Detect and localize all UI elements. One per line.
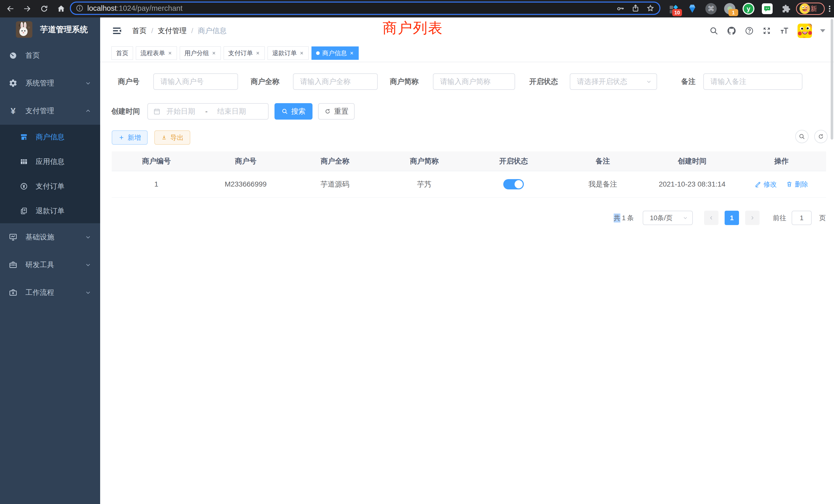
sidebar-item-pay-order[interactable]: 支付订单 — [0, 174, 100, 199]
calendar-icon — [153, 108, 161, 115]
col-header: 操作 — [737, 156, 826, 166]
page-number-button[interactable]: 1 — [725, 211, 739, 225]
cell-merchant-id: 1 — [112, 180, 201, 188]
sidebar-logo-row[interactable]: 芋道管理系统 — [0, 18, 100, 42]
sidebar-item-app-info[interactable]: 应用信息 — [0, 150, 100, 174]
merchant-no-input[interactable] — [153, 73, 238, 90]
extension-y-icon[interactable]: y — [743, 3, 754, 15]
browser-forward-button[interactable] — [22, 3, 33, 14]
chevron-down-icon — [646, 78, 652, 85]
extension-collection-icon[interactable]: 10 — [667, 3, 679, 15]
close-icon[interactable] — [256, 51, 260, 55]
reset-button[interactable]: 重置 — [318, 103, 355, 120]
url-bar[interactable]: localhost:1024/pay/merchant — [70, 2, 660, 15]
browser-back-button[interactable] — [5, 3, 16, 14]
col-header: 商户简称 — [379, 156, 469, 166]
goto-label: 前往 — [773, 211, 786, 225]
sidebar-item-system[interactable]: 系统管理 — [0, 69, 100, 97]
remark-input[interactable] — [703, 73, 803, 90]
bookmark-star-icon[interactable] — [646, 4, 655, 13]
fullscreen-icon[interactable] — [762, 26, 771, 36]
next-page-button[interactable] — [745, 211, 760, 225]
close-icon[interactable] — [212, 51, 216, 55]
col-header: 商户全称 — [290, 156, 380, 166]
export-button[interactable]: 导出 — [154, 130, 190, 145]
browser-chrome: localhost:1024/pay/merchant 10 ⌘ 1 y — [0, 0, 834, 18]
sidebar-fold-icon[interactable] — [112, 26, 122, 36]
breadcrumb-home[interactable]: 首页 — [132, 26, 147, 36]
extensions-puzzle-icon[interactable] — [780, 3, 792, 15]
merchant-short-input[interactable] — [433, 73, 515, 90]
filter-label-remark: 备注 — [667, 73, 696, 90]
extension-row: 10 ⌘ 1 y — [667, 0, 811, 18]
sidebar-item-dev-tools[interactable]: 研发工具 — [0, 251, 100, 279]
goto-page-input[interactable] — [792, 211, 812, 225]
filter-label-create-time: 创建时间 — [111, 103, 140, 120]
sidebar-item-home[interactable]: 首页 — [0, 42, 100, 69]
browser-reload-button[interactable] — [39, 3, 50, 14]
help-icon[interactable] — [745, 26, 754, 36]
pagination-total: 共 1 条 — [614, 211, 634, 225]
browser-home-button[interactable] — [56, 3, 67, 14]
close-icon[interactable] — [168, 51, 172, 55]
add-button[interactable]: 新增 — [112, 130, 148, 145]
site-info-icon[interactable] — [75, 4, 84, 12]
extension-command-icon[interactable]: ⌘ — [705, 3, 717, 15]
header-search-icon[interactable] — [709, 26, 719, 36]
sidebar-item-pay[interactable]: ¥ 支付管理 — [0, 97, 100, 125]
browser-menu-icon[interactable] — [825, 3, 834, 14]
tag-refund-order[interactable]: 退款订单 — [267, 46, 309, 60]
scrollbar[interactable] — [831, 19, 833, 140]
cell-short-name: 芋艿 — [379, 179, 469, 189]
toolbox-icon — [8, 260, 18, 269]
tag-merchant-info[interactable]: 商户信息 — [311, 46, 359, 60]
sidebar-item-refund-order[interactable]: 退款订单 — [0, 199, 100, 223]
cell-full-name: 芋道源码 — [290, 179, 380, 189]
refresh-button[interactable] — [814, 130, 828, 143]
toggle-search-button[interactable] — [795, 130, 809, 143]
page-unit-label: 页 — [819, 211, 826, 225]
breadcrumb: 首页 / 支付管理 / 商户信息 — [132, 18, 227, 44]
tag-pay-order[interactable]: 支付订单 — [224, 46, 265, 60]
page-size-select[interactable]: 10条/页 — [643, 211, 693, 225]
share-icon[interactable] — [631, 4, 640, 13]
tag-user-group[interactable]: 用户分组 — [180, 46, 221, 60]
user-avatar[interactable] — [797, 24, 812, 38]
sidebar-item-workflow[interactable]: 工作流程 — [0, 279, 100, 306]
extension-gem-icon[interactable] — [686, 3, 698, 15]
delete-link[interactable]: 删除 — [786, 180, 808, 189]
create-time-range-picker[interactable]: 开始日期 - 结束日期 — [147, 103, 269, 120]
start-date-placeholder: 开始日期 — [167, 107, 201, 116]
github-icon[interactable] — [727, 26, 737, 36]
chevron-up-icon — [85, 108, 91, 114]
yen-icon: ¥ — [8, 107, 18, 115]
password-key-icon[interactable] — [616, 4, 625, 13]
status-toggle[interactable] — [503, 179, 524, 189]
document-copy-icon — [20, 207, 28, 215]
navbar-actions — [709, 18, 825, 44]
search-button[interactable]: 搜索 — [275, 103, 312, 120]
prev-page-button[interactable] — [704, 211, 719, 225]
merchant-name-input[interactable] — [293, 73, 378, 90]
close-icon[interactable] — [300, 51, 304, 55]
status-select[interactable]: 请选择开启状态 — [570, 73, 657, 90]
user-menu-caret-icon[interactable] — [820, 29, 825, 32]
extension-badge: 10 — [672, 9, 682, 16]
cell-status — [469, 179, 558, 189]
edit-link[interactable]: 修改 — [755, 180, 777, 189]
close-icon[interactable] — [349, 51, 354, 55]
cell-actions: 修改 删除 — [737, 180, 826, 189]
main-content: 首页 / 支付管理 / 商户信息 — [100, 18, 834, 504]
filter-label-status: 开启状态 — [523, 73, 558, 90]
tag-process-form[interactable]: 流程表单 — [136, 46, 177, 60]
sidebar-item-infrastructure[interactable]: 基础设施 — [0, 223, 100, 251]
tag-home[interactable]: 首页 — [111, 46, 133, 60]
shop-icon — [20, 133, 28, 141]
sidebar-item-merchant-info[interactable]: 商户信息 — [0, 125, 100, 150]
breadcrumb-pay[interactable]: 支付管理 — [158, 26, 187, 36]
extension-chat-icon[interactable] — [761, 3, 773, 15]
font-size-icon[interactable] — [780, 26, 789, 36]
browser-update-button[interactable]: 更新 — [796, 3, 825, 15]
table-header-row: 商户编号 商户号 商户全称 商户简称 开启状态 备注 创建时间 操作 — [112, 152, 826, 171]
extension-recorder-icon[interactable]: 1 — [724, 3, 736, 15]
